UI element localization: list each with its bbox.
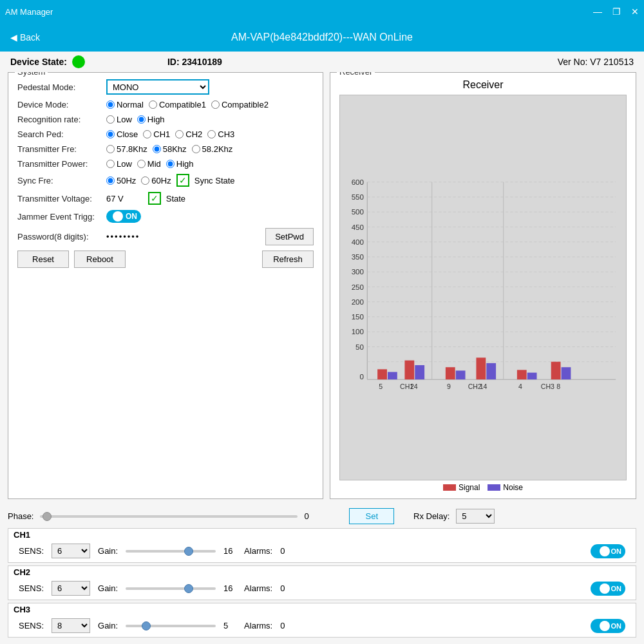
- phase-thumb[interactable]: [43, 512, 52, 521]
- password-row: Password(8 digits): •••••••• SetPwd: [17, 228, 314, 245]
- ch1-gain-slider[interactable]: [126, 550, 216, 553]
- recognition-rate-options: Low High: [106, 115, 165, 124]
- svg-text:CH3: CH3: [541, 383, 554, 390]
- titlebar: AM Manager — ❐ ✕: [0, 0, 644, 23]
- ver-no: Ver No: V7 210513: [558, 57, 634, 67]
- svg-text:250: 250: [352, 283, 364, 291]
- transmitter-fre-578[interactable]: 57.8Khz: [106, 144, 147, 154]
- reboot-button[interactable]: Reboot: [74, 251, 126, 268]
- recognition-high[interactable]: High: [137, 115, 165, 124]
- set-button[interactable]: Set: [349, 508, 394, 524]
- transmitter-power-mid[interactable]: Mid: [137, 159, 161, 169]
- ch2-gain-slider[interactable]: [126, 587, 216, 590]
- ch2-sens-select[interactable]: 678910: [52, 581, 90, 596]
- state-checkbox[interactable]: ✓: [148, 192, 161, 205]
- chart-legend: Signal Noise: [339, 483, 627, 492]
- transmitter-fre-label: Transmitter Fre:: [17, 144, 101, 154]
- ch2-row: SENS: 678910 Gain: 16 Alarms: 0 ON: [8, 578, 636, 600]
- maximize-button[interactable]: ❐: [612, 6, 621, 17]
- transmitter-fre-58[interactable]: 58Khz: [153, 144, 187, 154]
- phase-slider[interactable]: [40, 515, 298, 518]
- jammer-event-toggle[interactable]: ON: [106, 210, 141, 223]
- setpwd-button[interactable]: SetPwd: [265, 228, 314, 245]
- transmitter-fre-options: 57.8Khz 58Khz 58.2Khz: [106, 144, 232, 154]
- bottom-section: Phase: 0 Set Rx Delay: 5 10 15 20 CH1 SE…: [0, 504, 644, 644]
- phase-value: 0: [304, 511, 317, 521]
- ch1-gain-value: 16: [223, 546, 236, 556]
- sync-fre-60hz[interactable]: 60Hz: [141, 176, 171, 185]
- svg-text:500: 500: [352, 207, 364, 216]
- ch1-gain-label: Gain:: [98, 546, 118, 556]
- svg-text:0: 0: [360, 372, 364, 381]
- close-button[interactable]: ✕: [631, 6, 639, 17]
- sync-fre-row: Sync Fre: 50Hz 60Hz ✓ Sync State: [17, 174, 314, 187]
- ch1-alarms-value: 0: [280, 546, 285, 556]
- signal-label: Signal: [459, 483, 480, 492]
- window: AM Manager — ❐ ✕ ◀ Back AM-VAP(b4e842bdd…: [0, 0, 644, 644]
- search-ped-close[interactable]: Close: [106, 129, 138, 139]
- transmitter-power-label: Transmitter Power:: [17, 159, 101, 169]
- transmitter-power-high[interactable]: High: [166, 159, 194, 169]
- svg-rect-48: [562, 367, 571, 379]
- ch3-gain-thumb[interactable]: [142, 621, 151, 630]
- ch1-row: SENS: 678910 Gain: 16 Alarms: 0 ON: [8, 541, 636, 562]
- svg-text:300: 300: [352, 267, 364, 276]
- phase-label: Phase:: [8, 511, 33, 521]
- svg-text:24: 24: [410, 383, 418, 390]
- transmitter-fre-582[interactable]: 58.2Khz: [192, 144, 233, 154]
- ch2-header: CH2: [8, 566, 636, 578]
- minimize-button[interactable]: —: [593, 6, 602, 17]
- rx-delay-select[interactable]: 5 10 15 20: [456, 509, 495, 524]
- svg-rect-39: [476, 357, 486, 379]
- receiver-svg: 600 550 500 450 400 350 300 250 200 150 …: [340, 95, 626, 480]
- transmitter-fre-row: Transmitter Fre: 57.8Khz 58Khz 58.2Khz: [17, 144, 314, 154]
- recognition-low[interactable]: Low: [106, 115, 132, 124]
- phase-row: Phase: 0 Set Rx Delay: 5 10 15 20: [8, 508, 636, 524]
- device-mode-compatible1[interactable]: Compatible1: [149, 100, 206, 109]
- ch1-header: CH1: [8, 529, 636, 541]
- ch3-gain-slider[interactable]: [126, 625, 216, 627]
- recognition-rate-label: Recognition rate:: [17, 115, 101, 124]
- transmitter-power-low[interactable]: Low: [106, 159, 132, 169]
- app-title: AM Manager: [5, 7, 53, 17]
- search-ped-ch3[interactable]: CH3: [207, 129, 234, 139]
- ch1-gain-thumb[interactable]: [184, 547, 193, 556]
- svg-rect-47: [551, 362, 561, 379]
- svg-rect-38: [456, 370, 466, 379]
- ch3-alarms-label: Alarms:: [244, 621, 272, 630]
- svg-text:50: 50: [355, 343, 364, 351]
- svg-rect-37: [446, 367, 455, 379]
- ch3-gain-value: 5: [223, 621, 236, 630]
- back-button[interactable]: ◀ Back: [10, 32, 40, 43]
- reset-button[interactable]: Reset: [17, 251, 69, 268]
- receiver-title: Receiver: [339, 79, 627, 91]
- refresh-button[interactable]: Refresh: [262, 251, 314, 268]
- sync-fre-label: Sync Fre:: [17, 176, 101, 185]
- ch1-section: CH1 SENS: 678910 Gain: 16 Alarms: 0 ON: [8, 528, 636, 563]
- ch1-toggle[interactable]: ON: [591, 544, 625, 558]
- svg-text:600: 600: [352, 178, 364, 186]
- sync-state-label: Sync State: [194, 176, 235, 185]
- transmitter-power-row: Transmitter Power: Low Mid High: [17, 159, 314, 169]
- ch2-section: CH2 SENS: 678910 Gain: 16 Alarms: 0 ON: [8, 565, 636, 600]
- main-content: System Pedestal Mode: MONO DUAL TRIPLE D…: [0, 72, 644, 504]
- ch2-gain-label: Gain:: [98, 583, 118, 593]
- ch2-toggle[interactable]: ON: [591, 582, 625, 596]
- svg-rect-29: [377, 369, 387, 379]
- ch2-gain-thumb[interactable]: [184, 584, 193, 593]
- ch3-toggle[interactable]: ON: [591, 619, 625, 633]
- search-ped-ch1[interactable]: CH1: [143, 129, 170, 139]
- device-mode-compatible2[interactable]: Compatible2: [211, 100, 269, 109]
- sync-fre-50hz[interactable]: 50Hz: [106, 176, 136, 185]
- receiver-chart: 600 550 500 450 400 350 300 250 200 150 …: [339, 95, 627, 480]
- ch3-sens-select[interactable]: 678910: [52, 618, 90, 633]
- device-mode-normal[interactable]: Normal: [106, 100, 144, 109]
- svg-text:5: 5: [379, 383, 383, 390]
- ch1-sens-select[interactable]: 678910: [52, 544, 90, 558]
- search-ped-ch2[interactable]: CH2: [175, 129, 202, 139]
- back-arrow-icon: ◀: [10, 32, 17, 43]
- sync-fre-options: 50Hz 60Hz: [106, 176, 171, 185]
- sync-state-checkbox[interactable]: ✓: [176, 174, 189, 187]
- device-mode-options: Normal Compatible1 Compatible2: [106, 100, 269, 109]
- pedestal-mode-select[interactable]: MONO DUAL TRIPLE: [106, 79, 209, 95]
